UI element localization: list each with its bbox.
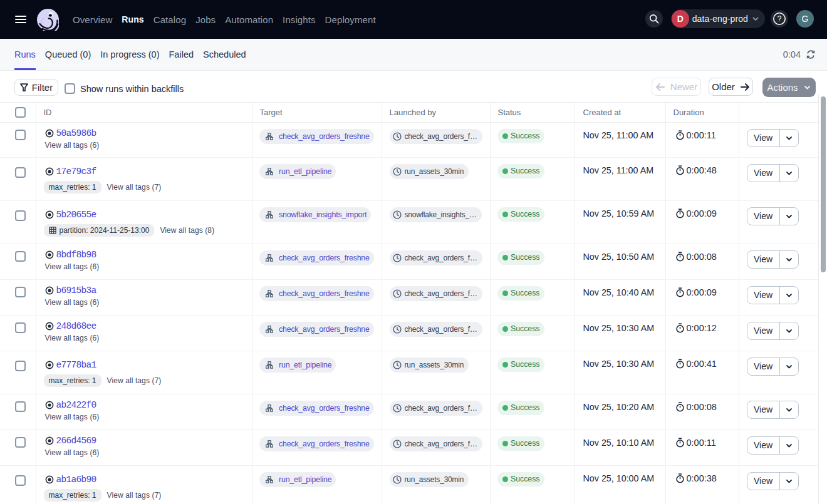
svg-text:?: ? xyxy=(778,14,782,23)
